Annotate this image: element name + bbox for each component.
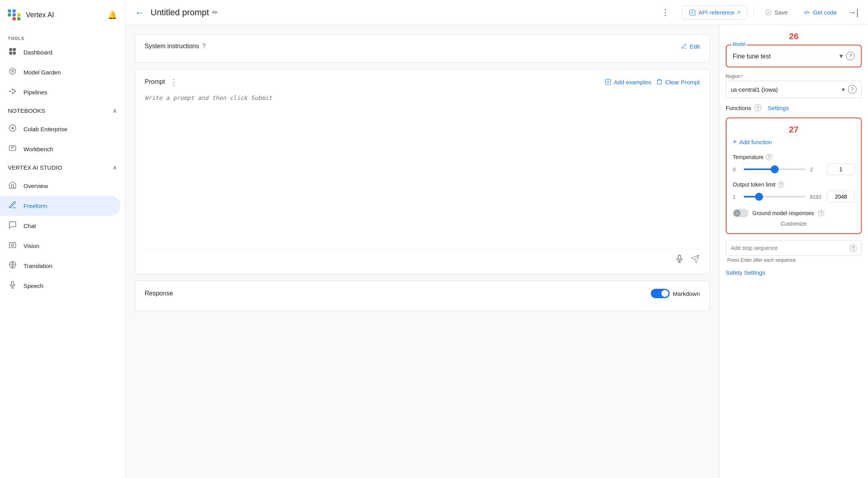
temperature-slider-row: 0 2 [733, 163, 855, 175]
toggle-checkmark: ✓ [664, 291, 668, 296]
system-instructions-help-icon[interactable]: ? [202, 43, 206, 50]
prompt-footer [145, 249, 700, 266]
notifications-bell-icon[interactable]: 🔔 [107, 10, 117, 20]
workbench-icon [8, 144, 17, 154]
sidebar-item-pipelines[interactable]: Pipelines [0, 82, 120, 102]
markdown-toggle[interactable]: ✓ [651, 289, 670, 298]
output-token-help-icon[interactable]: ? [778, 181, 784, 188]
overview-icon [8, 181, 17, 191]
system-instructions-edit-button[interactable]: Edit [681, 43, 700, 50]
sidebar-item-vision[interactable]: Vision [0, 236, 120, 256]
model-section: Model Fine tune test ▾ ? [726, 45, 862, 67]
output-token-label: Output token limit [733, 181, 775, 188]
model-select-wrapper: Fine tune test ▾ ? [733, 52, 855, 60]
temperature-help-icon[interactable]: ? [766, 154, 772, 160]
prompt-more-button[interactable]: ⋮ [170, 77, 178, 87]
vertex-studio-chevron-icon: ∧ [113, 164, 117, 171]
notebooks-section-label: NOTEBOOKS [8, 107, 45, 114]
sidebar-item-label: Overview [24, 183, 48, 189]
step-26-indicator: 26 [726, 31, 862, 42]
clear-prompt-button[interactable]: Clear Prompt [656, 78, 700, 85]
sidebar-item-overview[interactable]: Overview [0, 176, 120, 196]
sidebar-item-workbench[interactable]: Workbench [0, 139, 120, 159]
model-dropdown-chevron-icon[interactable]: ▾ [839, 52, 843, 60]
get-code-button[interactable]: Get code [799, 6, 841, 19]
ground-toggle-track[interactable]: − [733, 209, 748, 217]
add-function-plus-icon: + [733, 138, 737, 146]
notebooks-section-toggle[interactable]: NOTEBOOKS ∧ [0, 102, 125, 119]
svg-rect-2 [9, 52, 12, 54]
svg-rect-3 [13, 52, 16, 54]
send-button[interactable] [690, 254, 700, 266]
sidebar-item-label: Model Garden [24, 69, 61, 76]
svg-point-5 [12, 89, 13, 91]
output-token-label-row: Output token limit ? [733, 181, 855, 188]
temperature-value-input[interactable] [827, 163, 855, 175]
add-function-button[interactable]: + Add function [733, 138, 855, 146]
title-text: Untitled prompt [151, 7, 209, 18]
region-select-wrapper[interactable]: us-central1 (Iowa) ▾ ? [726, 81, 862, 98]
output-token-value-input[interactable] [827, 191, 855, 203]
sidebar-item-translation[interactable]: Translation [0, 256, 120, 276]
stop-sequence-help-icon[interactable]: ? [850, 244, 857, 252]
region-label-text: Region [726, 74, 741, 79]
svg-point-7 [15, 91, 16, 92]
markdown-label: Markdown [673, 290, 700, 297]
safety-settings-link[interactable]: Safety Settings [726, 266, 862, 279]
api-reference-button[interactable]: API reference ↗ [682, 5, 747, 20]
svg-point-6 [12, 92, 13, 94]
markdown-toggle-area: ✓ Markdown [651, 289, 700, 298]
sidebar-item-freeform[interactable]: Freeform [0, 196, 120, 216]
model-select[interactable]: Fine tune test [733, 53, 836, 60]
output-token-max-label: 8192 [810, 194, 823, 200]
save-label: Save [774, 9, 788, 16]
functions-help-icon[interactable]: ? [754, 104, 761, 111]
svg-rect-17 [678, 255, 681, 259]
collapse-panel-button[interactable]: →| [848, 7, 859, 18]
editor-panel: System instructions ? Edit Prompt ⋮ [125, 25, 719, 478]
back-button[interactable]: ← [135, 7, 144, 18]
sidebar-item-label: Colab Enterprise [24, 126, 67, 132]
add-examples-button[interactable]: Add examples [605, 78, 651, 85]
stop-sequence-input[interactable] [731, 245, 850, 251]
more-options-button[interactable]: ⋮ [661, 7, 670, 18]
prompt-title: Prompt [145, 78, 165, 85]
response-header: Response ✓ Markdown [145, 289, 700, 298]
ground-model-toggle[interactable]: − [733, 209, 748, 217]
functions-settings-bar: Functions ? Settings [726, 104, 862, 111]
model-field-label: Model [731, 42, 747, 47]
vertex-studio-section-toggle[interactable]: VERTEX AI STUDIO ∧ [0, 159, 125, 176]
save-button[interactable]: Save [760, 6, 792, 19]
microphone-icon[interactable] [675, 254, 684, 266]
add-examples-icon [605, 78, 612, 85]
output-token-slider-track[interactable] [744, 196, 805, 197]
customize-button[interactable]: Customize [733, 221, 855, 227]
topbar: ← Untitled prompt ✏ ⋮ API reference ↗ Sa… [125, 0, 868, 25]
temperature-slider-thumb[interactable] [771, 165, 779, 173]
sidebar-item-label: Pipelines [24, 89, 47, 96]
sidebar-item-label: Freeform [24, 203, 47, 209]
ground-model-row: − Ground model responses ? [733, 209, 855, 217]
topbar-divider [754, 6, 754, 19]
region-select[interactable]: us-central1 (Iowa) [731, 86, 839, 93]
region-section: Region * us-central1 (Iowa) ▾ ? [726, 74, 862, 98]
system-instructions-header: System instructions ? Edit [145, 43, 700, 50]
sidebar-item-speech[interactable]: Speech [0, 276, 120, 296]
model-help-icon[interactable]: ? [846, 52, 855, 60]
title-edit-icon[interactable]: ✏ [212, 8, 218, 17]
stop-sequence-input-wrapper: ? [726, 240, 862, 256]
system-instructions-label: System instructions [145, 43, 199, 50]
sidebar-item-chat[interactable]: Chat [0, 216, 120, 236]
region-label: Region * [726, 74, 862, 79]
region-help-icon[interactable]: ? [848, 85, 857, 94]
sidebar-item-colab[interactable]: Colab Enterprise [0, 119, 120, 139]
ground-model-label: Ground model responses [752, 210, 814, 216]
sidebar-item-model-garden[interactable]: Model Garden [0, 62, 120, 82]
temperature-slider-track[interactable] [744, 168, 805, 170]
sidebar-item-dashboard[interactable]: Dashboard [0, 42, 120, 62]
ground-model-help-icon[interactable]: ? [818, 210, 824, 216]
settings-tab[interactable]: Settings [768, 105, 789, 111]
prompt-textarea[interactable] [145, 91, 700, 248]
sidebar-item-label: Vision [24, 243, 40, 249]
output-token-slider-thumb[interactable] [755, 193, 763, 201]
